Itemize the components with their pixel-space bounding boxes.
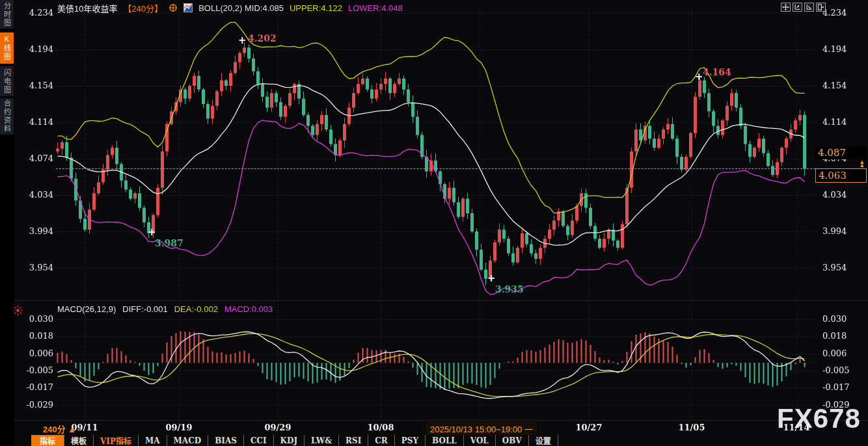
indicator-tab-VIP指标[interactable]: VIP指标 bbox=[94, 435, 139, 446]
indicator-tab-RSI[interactable]: RSI bbox=[339, 435, 368, 446]
sidebar: 分时图K线图闪电图合约资料 bbox=[0, 0, 14, 446]
y-tick-label: 4.194 bbox=[13, 44, 53, 54]
y-tick-label: -0.005 bbox=[822, 365, 865, 375]
y-tick-label: 0.006 bbox=[13, 348, 53, 358]
y-tick-label: 0.006 bbox=[822, 348, 865, 358]
sidebar-item-1[interactable]: 分时图 bbox=[0, 0, 14, 29]
x-tick-label: 09/29 bbox=[265, 423, 292, 432]
y-tick-label: 4.154 bbox=[822, 81, 865, 90]
indicator-tabs: 指标模板VIP指标MAMACDBIASCCIKDJLW&RSICRPSYBOLL… bbox=[31, 435, 558, 446]
y-tick-label: 3.994 bbox=[13, 226, 53, 236]
price-annotation: 3.935 bbox=[495, 284, 524, 295]
price-annotation: 4.202 bbox=[248, 33, 277, 44]
y-tick-label: 4.234 bbox=[13, 8, 53, 18]
boll-upper-label: UPPER:4.122 bbox=[290, 3, 342, 13]
indicator-tab-CR[interactable]: CR bbox=[368, 435, 395, 446]
macd-diff-label: DIFF:-0.001 bbox=[122, 304, 167, 314]
macd-dea-label: DEA:-0.002 bbox=[174, 304, 218, 314]
candlestick-chart-canvas[interactable] bbox=[0, 0, 868, 446]
indicator-tab-KDJ[interactable]: KDJ bbox=[274, 435, 305, 446]
y-tick-label: 4.074 bbox=[13, 153, 53, 163]
cross-marker-icon: + bbox=[238, 36, 246, 44]
y-tick-label: -0.017 bbox=[822, 382, 865, 392]
x-tick-label: 10/08 bbox=[368, 423, 394, 432]
crosshair-circle-icon[interactable] bbox=[169, 3, 178, 12]
indicator-tab-CCI[interactable]: CCI bbox=[244, 435, 274, 446]
indicator-tab-模板[interactable]: 模板 bbox=[64, 435, 94, 446]
indicator-tab-MACD[interactable]: MACD bbox=[167, 435, 209, 446]
pane-shift-icon[interactable] bbox=[816, 3, 826, 12]
axis-zoom-y-icon[interactable] bbox=[793, 3, 802, 12]
y-tick-label: 4.234 bbox=[822, 8, 865, 18]
macd-hist-label: MACD:0.003 bbox=[224, 304, 273, 314]
boll-lower-label: LOWER:4.048 bbox=[348, 3, 403, 13]
price-annotation: 4.164 bbox=[703, 67, 731, 77]
last-price-dashed-line bbox=[56, 168, 815, 169]
last-price-label: 4.063 bbox=[815, 168, 867, 183]
period-tag[interactable]: 【240分】 bbox=[123, 2, 163, 14]
panel-divider bbox=[14, 300, 868, 301]
y-tick-label: 4.114 bbox=[13, 117, 53, 127]
indicator-tab-BIAS[interactable]: BIAS bbox=[208, 435, 244, 446]
period-selector[interactable]: 240分 ▲ bbox=[43, 423, 76, 435]
macd-header: MACD(26,12,9) DIFF:-0.001 DEA:-0.002 MAC… bbox=[57, 304, 273, 314]
symbol-title: 美债10年收益率 bbox=[57, 2, 117, 14]
y-tick-label: -0.005 bbox=[13, 365, 53, 375]
y-tick-label: 0.030 bbox=[822, 314, 865, 324]
x-tick-label: 11/14 bbox=[783, 423, 810, 432]
x-tick-label: 11/05 bbox=[679, 423, 705, 432]
pan-crosshair-icon[interactable] bbox=[781, 3, 791, 12]
price-up-arrows-icon: ▲▲ bbox=[858, 161, 867, 167]
y-tick-label: 4.034 bbox=[822, 190, 865, 200]
x-tick-label: 09/19 bbox=[166, 423, 193, 432]
indicator-tab-指标[interactable]: 指标 bbox=[31, 435, 64, 446]
chart-header: 美债10年收益率 【240分】 BOLL(20,2) MID:4.085 UPP… bbox=[57, 2, 403, 14]
xaxis-divider bbox=[14, 420, 868, 421]
y-tick-label: 3.994 bbox=[822, 226, 865, 236]
indicator-tab-MA[interactable]: MA bbox=[139, 435, 167, 446]
sidebar-item-2[interactable]: K线图 bbox=[0, 33, 14, 64]
mini-chart-icon[interactable] bbox=[183, 3, 193, 12]
mid-price-label: 4.087 bbox=[815, 146, 867, 159]
sidebar-item-4[interactable]: 合约资料 bbox=[0, 98, 14, 135]
cross-marker-icon: + bbox=[695, 73, 703, 81]
cross-marker-icon: + bbox=[148, 228, 156, 236]
indicator-tab-BOLL[interactable]: BOLL bbox=[426, 435, 464, 446]
y-tick-label: 4.034 bbox=[13, 190, 53, 200]
bar-time-tooltip: 2025/10/13 15:00~19:00 一 bbox=[426, 422, 537, 436]
y-tick-label: 4.154 bbox=[13, 81, 53, 90]
indicator-tab-OBV[interactable]: OBV bbox=[496, 435, 529, 446]
indicator-tab-VOL[interactable]: VOL bbox=[464, 435, 496, 446]
indicator-tab-设置[interactable]: 设置 bbox=[529, 435, 558, 446]
y-tick-label: -0.029 bbox=[822, 400, 865, 410]
kline-app: 分时图K线图闪电图合约资料 美债10年收益率 【240分】 BOLL(20,2)… bbox=[0, 0, 868, 446]
sidebar-item-3[interactable]: 闪电图 bbox=[0, 66, 14, 96]
x-tick-label: 10/27 bbox=[576, 423, 603, 432]
indicator-tab-PSY[interactable]: PSY bbox=[395, 435, 426, 446]
y-tick-label: 3.954 bbox=[13, 263, 53, 272]
axis-zoom-x-icon[interactable] bbox=[804, 3, 814, 12]
y-tick-label: 4.194 bbox=[822, 44, 865, 54]
y-tick-label: 4.114 bbox=[822, 117, 865, 127]
boll-indicator-label: BOLL(20,2) MID:4.085 bbox=[198, 3, 284, 13]
y-tick-label: -0.017 bbox=[13, 382, 53, 392]
cross-marker-icon: + bbox=[487, 274, 495, 282]
macd-name-label: MACD(26,12,9) bbox=[57, 304, 116, 314]
window-toolbar bbox=[781, 3, 826, 12]
y-tick-label: 3.954 bbox=[822, 263, 865, 272]
y-tick-label: 0.018 bbox=[13, 331, 53, 341]
y-tick-label: 0.018 bbox=[822, 331, 865, 341]
indicator-tab-LW&[interactable]: LW& bbox=[305, 435, 339, 446]
price-annotation: 3.987 bbox=[155, 238, 183, 248]
y-tick-label: -0.029 bbox=[13, 400, 53, 410]
